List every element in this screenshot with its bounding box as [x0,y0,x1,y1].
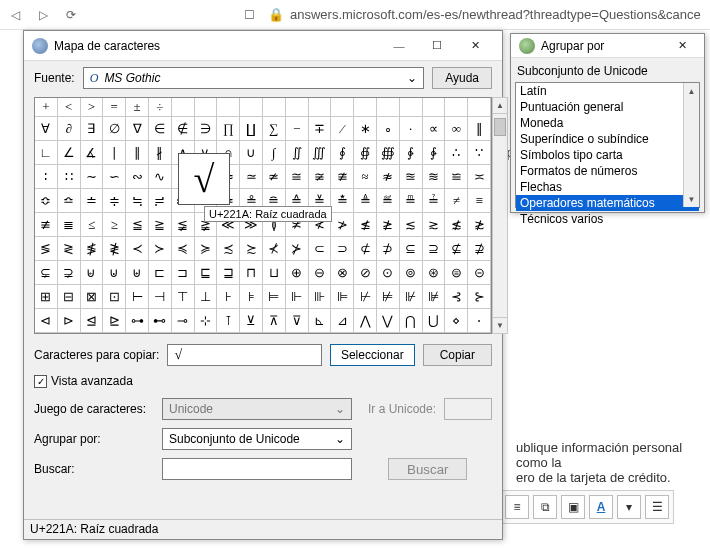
bookmark-icon[interactable]: ☐ [240,6,258,24]
char-cell[interactable]: ≡ [468,189,491,213]
char-cell[interactable]: ⊶ [126,309,149,333]
back-icon[interactable]: ◁ [6,6,24,24]
char-cell[interactable]: ∿ [149,165,172,189]
scroll-thumb[interactable] [494,118,506,136]
char-cell[interactable]: ≺ [126,237,149,261]
titlebar[interactable]: Agrupar por ✕ [511,34,704,58]
char-cell[interactable]: ∃ [81,117,104,141]
char-cell[interactable]: ≋ [423,165,446,189]
char-cell[interactable]: ⊁ [286,237,309,261]
char-cell[interactable]: ⊜ [445,261,468,285]
list-scrollbar[interactable]: ▲ ▼ [683,83,699,207]
char-cell[interactable]: ⊓ [240,261,263,285]
char-cell[interactable]: ∫ [263,141,286,165]
list-icon[interactable]: ≡ [505,495,529,519]
char-cell[interactable]: ⊯ [423,285,446,309]
char-cell[interactable]: ⊆ [400,237,423,261]
char-cell[interactable]: ⊱ [468,285,491,309]
char-cell[interactable]: ⊇ [423,237,446,261]
char-cell[interactable]: ≥ [103,213,126,237]
char-cell[interactable]: ≻ [149,237,172,261]
char-cell[interactable]: ⊦ [217,285,240,309]
char-cell[interactable]: ≽ [195,237,218,261]
char-cell[interactable]: − [286,117,309,141]
groupby-select[interactable]: Subconjunto de Unicode ⌄ [162,428,352,450]
char-cell[interactable]: ∈ [149,117,172,141]
char-cell[interactable]: ≠ [445,189,468,213]
font-select[interactable]: O MS Gothic ⌄ [83,67,424,89]
char-cell[interactable]: ≼ [172,237,195,261]
char-cell[interactable]: ⊮ [400,285,423,309]
char-cell[interactable]: ⋂ [400,309,423,333]
char-cell[interactable]: ≑ [103,189,126,213]
char-cell[interactable]: ⊙ [377,261,400,285]
char-cell[interactable]: ÷ [149,98,172,117]
char-cell[interactable]: ⊵ [103,309,126,333]
char-cell[interactable]: ≤ [81,213,104,237]
minimize-button[interactable]: — [380,32,418,60]
char-cell[interactable]: ∘ [377,117,400,141]
char-cell[interactable]: ≳ [423,213,446,237]
char-cell[interactable]: ∝ [423,117,446,141]
char-cell[interactable]: ± [126,98,149,117]
scroll-down-icon[interactable]: ▼ [493,317,507,333]
char-cell[interactable]: ≯ [331,213,354,237]
chevron-down-icon[interactable]: ▾ [617,495,641,519]
char-cell[interactable]: ≰ [354,213,377,237]
char-cell[interactable]: ⊠ [81,285,104,309]
char-cell[interactable]: ≣ [58,213,81,237]
char-cell[interactable]: ∳ [423,141,446,165]
advanced-view-checkbox[interactable]: ✓ [34,375,47,388]
char-cell[interactable]: ⊕ [286,261,309,285]
char-cell[interactable]: ⊣ [149,285,172,309]
char-cell[interactable]: ≱ [377,213,400,237]
char-cell[interactable]: ⋀ [354,309,377,333]
help-button[interactable]: Ayuda [432,67,492,89]
char-cell[interactable]: ⊼ [263,309,286,333]
char-cell[interactable]: ⊌ [81,261,104,285]
char-cell[interactable]: ⊨ [263,285,286,309]
char-cell[interactable]: ≟ [423,189,446,213]
char-cell[interactable]: ≴ [445,213,468,237]
char-cell[interactable]: ≃ [240,165,263,189]
char-cell[interactable]: ∂ [58,117,81,141]
char-cell[interactable]: ≓ [149,189,172,213]
char-cell[interactable]: ≍ [468,165,491,189]
scroll-track[interactable] [684,99,699,191]
char-cell[interactable]: ≲ [400,213,423,237]
char-cell[interactable]: ⊞ [35,285,58,309]
unicode-subset-item[interactable]: Latín [516,83,699,99]
char-cell[interactable]: ≎ [35,189,58,213]
char-cell[interactable]: ∬ [286,141,309,165]
char-cell[interactable]: ⊔ [263,261,286,285]
char-cell[interactable]: ⊩ [286,285,309,309]
char-cell[interactable]: ⊂ [309,237,332,261]
forward-icon[interactable]: ▷ [34,6,52,24]
image-icon[interactable]: ▣ [561,495,585,519]
search-input[interactable] [162,458,352,480]
char-cell[interactable] [309,98,332,117]
char-cell[interactable]: ∕ [331,117,354,141]
char-cell[interactable]: ∉ [172,117,195,141]
maximize-button[interactable]: ☐ [418,32,456,60]
char-cell[interactable]: ⊤ [172,285,195,309]
char-cell[interactable]: ∶ [35,165,58,189]
char-cell[interactable]: ⊑ [195,261,218,285]
char-cell[interactable] [445,98,468,117]
unicode-subset-list[interactable]: LatínPuntuación generalMonedaSuperíndice… [515,82,700,208]
char-cell[interactable] [240,98,263,117]
char-cell[interactable]: ⊽ [286,309,309,333]
char-cell[interactable]: ⊾ [309,309,332,333]
unicode-subset-item[interactable]: Puntuación general [516,99,699,115]
char-cell[interactable]: ∭ [309,141,332,165]
char-cell[interactable]: ∥ [126,141,149,165]
select-button[interactable]: Seleccionar [330,344,415,366]
char-cell[interactable]: ⊿ [331,309,354,333]
char-cell[interactable]: ≏ [58,189,81,213]
char-cell[interactable] [331,98,354,117]
char-cell[interactable]: ≐ [81,189,104,213]
char-cell[interactable]: ⊲ [35,309,58,333]
char-cell[interactable]: ⊡ [103,285,126,309]
char-cell[interactable]: ≒ [126,189,149,213]
char-cell[interactable]: ∾ [126,165,149,189]
